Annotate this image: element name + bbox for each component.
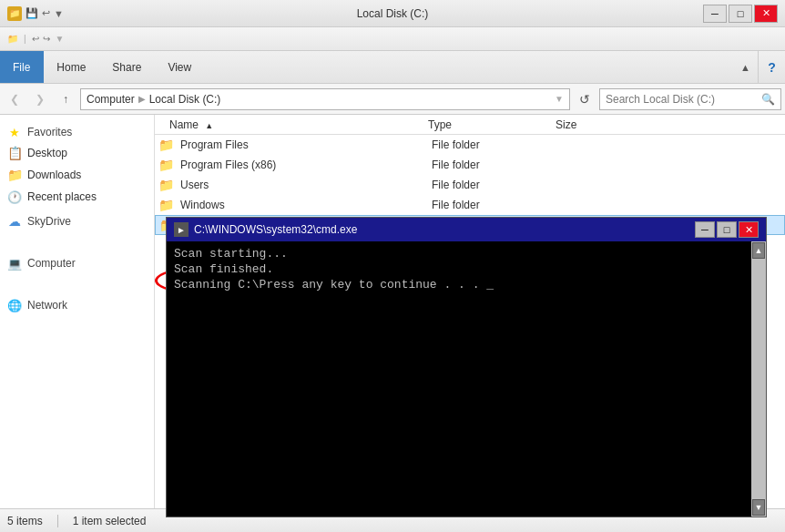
cmd-title-bar: ► C:\WINDOWS\system32\cmd.exe ─ □ ✕ bbox=[167, 218, 766, 241]
cmd-close-btn[interactable]: ✕ bbox=[739, 221, 759, 238]
sidebar-section-network: 🌐 Network bbox=[0, 295, 154, 315]
tab-view[interactable]: View bbox=[155, 51, 205, 83]
ribbon-help-button[interactable]: ? bbox=[758, 51, 785, 83]
downloads-icon: 📁 bbox=[7, 168, 22, 182]
refresh-button[interactable]: ↺ bbox=[574, 88, 596, 110]
qa-dropdown-icon[interactable]: ▼ bbox=[56, 34, 65, 44]
sidebar-item-downloads[interactable]: 📁 Downloads bbox=[0, 164, 154, 186]
qa-sep1: | bbox=[24, 34, 26, 44]
sidebar-label-network: Network bbox=[27, 299, 67, 312]
cmd-scroll-down[interactable]: ▼ bbox=[752, 499, 765, 516]
cmd-icon-symbol: ► bbox=[177, 225, 186, 235]
search-icon: 🔍 bbox=[761, 93, 775, 106]
sidebar-item-desktop[interactable]: 📋 Desktop bbox=[0, 142, 154, 164]
cmd-minimize-btn[interactable]: ─ bbox=[695, 221, 715, 238]
title-bar-buttons: ─ □ ✕ bbox=[703, 5, 778, 23]
file-row-0[interactable]: 📁 Program Files File folder bbox=[155, 135, 785, 155]
ribbon-collapse-btn[interactable]: ▲ bbox=[733, 51, 758, 83]
tab-home[interactable]: Home bbox=[44, 51, 99, 83]
file-row-2[interactable]: 📁 Users File folder bbox=[155, 175, 785, 195]
cmd-maximize-btn[interactable]: □ bbox=[717, 221, 737, 238]
path-local-disk[interactable]: Local Disk (C:) bbox=[149, 93, 221, 106]
cmd-line-1: Scan finished. bbox=[174, 262, 744, 276]
skydrive-icon: ☁ bbox=[7, 214, 22, 229]
sidebar-label-computer: Computer bbox=[27, 257, 76, 270]
sidebar-label-recent: Recent places bbox=[27, 190, 97, 203]
sidebar-item-recent[interactable]: 🕐 Recent places bbox=[0, 186, 154, 208]
status-selection: 1 item selected bbox=[73, 515, 147, 527]
cmd-scroll-up[interactable]: ▲ bbox=[752, 242, 765, 259]
search-box[interactable]: 🔍 bbox=[599, 88, 781, 110]
quick-toolbar: 📁 | ↩ ↪ ▼ bbox=[0, 27, 785, 51]
col-type-label: Type bbox=[428, 118, 452, 131]
col-header-size[interactable]: Size bbox=[556, 118, 647, 131]
back-button[interactable]: ❮ bbox=[4, 88, 25, 110]
file-row-3[interactable]: 📁 Windows File folder bbox=[155, 195, 785, 215]
sidebar-header-favorites: ★ Favorites bbox=[0, 122, 154, 142]
path-sep1: ▶ bbox=[138, 94, 146, 104]
col-size-label: Size bbox=[556, 118, 576, 131]
title-bar: 📁 💾 ↩ ▼ Local Disk (C:) ─ □ ✕ bbox=[0, 0, 785, 27]
search-input[interactable] bbox=[606, 93, 761, 106]
sidebar: ★ Favorites 📋 Desktop 📁 Downloads 🕐 Rece… bbox=[0, 115, 155, 508]
sidebar-label-skydrive: SkyDrive bbox=[27, 215, 71, 228]
path-computer[interactable]: Computer bbox=[87, 93, 135, 106]
cmd-window: ► C:\WINDOWS\system32\cmd.exe ─ □ ✕ Scan… bbox=[166, 217, 767, 517]
column-header-row: Name ▲ Type Size bbox=[155, 115, 785, 135]
path-dropdown-icon[interactable]: ▼ bbox=[555, 94, 564, 104]
sidebar-header-skydrive[interactable]: ☁ SkyDrive bbox=[0, 211, 154, 231]
sidebar-label-downloads: Downloads bbox=[27, 169, 81, 181]
cmd-title-left: ► C:\WINDOWS\system32\cmd.exe bbox=[174, 222, 357, 237]
file-name-1: Program Files (x86) bbox=[180, 159, 432, 171]
minimize-button[interactable]: ─ bbox=[703, 5, 727, 23]
sidebar-section-favorites: ★ Favorites 📋 Desktop 📁 Downloads 🕐 Rece… bbox=[0, 122, 154, 208]
sidebar-header-computer[interactable]: 💻 Computer bbox=[0, 253, 154, 273]
folder-icon-3: 📁 bbox=[158, 198, 177, 212]
file-row-1[interactable]: 📁 Program Files (x86) File folder bbox=[155, 155, 785, 175]
address-path[interactable]: Computer ▶ Local Disk (C:) ▼ bbox=[80, 88, 570, 110]
quick-more-icon: ▼ bbox=[54, 8, 64, 19]
ribbon-spacer bbox=[205, 51, 733, 83]
file-type-3: File folder bbox=[432, 199, 559, 211]
cmd-icon: ► bbox=[174, 222, 189, 237]
file-name-0: Program Files bbox=[180, 138, 432, 151]
sidebar-label-favorites: Favorites bbox=[27, 126, 72, 138]
desktop-icon: 📋 bbox=[7, 146, 22, 160]
maximize-button[interactable]: □ bbox=[729, 5, 752, 23]
col-name-label: Name bbox=[169, 118, 199, 131]
address-bar: ❮ ❯ ↑ Computer ▶ Local Disk (C:) ▼ ↺ 🔍 bbox=[0, 84, 785, 115]
col-sort-icon: ▲ bbox=[205, 121, 213, 130]
folder-icon-0: 📁 bbox=[158, 138, 177, 152]
cmd-scrollbar[interactable]: ▲ ▼ bbox=[751, 241, 766, 517]
sidebar-section-computer: 💻 Computer bbox=[0, 253, 154, 273]
refresh-icon: ↺ bbox=[579, 92, 590, 107]
col-header-name[interactable]: Name ▲ bbox=[155, 118, 428, 131]
sidebar-section-skydrive: ☁ SkyDrive bbox=[0, 211, 154, 231]
window-icon: 📁 bbox=[7, 6, 22, 21]
up-button[interactable]: ↑ bbox=[55, 88, 76, 110]
file-type-2: File folder bbox=[432, 179, 559, 191]
sidebar-header-network[interactable]: 🌐 Network bbox=[0, 295, 154, 315]
tab-file[interactable]: File bbox=[0, 51, 44, 83]
folder-icon-1: 📁 bbox=[158, 158, 177, 172]
file-name-3: Windows bbox=[180, 199, 432, 211]
sidebar-spacer bbox=[0, 235, 154, 253]
file-name-2: Users bbox=[180, 179, 432, 191]
favorites-icon: ★ bbox=[7, 125, 22, 139]
sidebar-spacer2 bbox=[0, 277, 154, 295]
recent-icon: 🕐 bbox=[7, 189, 22, 204]
quick-save-icon: 💾 bbox=[25, 7, 38, 19]
col-header-type[interactable]: Type bbox=[428, 118, 556, 131]
window-title: Local Disk (C:) bbox=[357, 7, 429, 20]
forward-button[interactable]: ❯ bbox=[29, 88, 51, 110]
folder-icon-2: 📁 bbox=[158, 178, 177, 192]
cmd-title-label: C:\WINDOWS\system32\cmd.exe bbox=[194, 223, 357, 236]
title-bar-left: 📁 💾 ↩ ▼ bbox=[7, 6, 64, 21]
file-type-0: File folder bbox=[432, 138, 559, 151]
close-button[interactable]: ✕ bbox=[754, 5, 778, 23]
tab-share[interactable]: Share bbox=[99, 51, 155, 83]
quick-undo-icon: ↩ bbox=[42, 7, 50, 19]
network-icon: 🌐 bbox=[7, 298, 22, 312]
cmd-body: Scan starting... Scan finished. Scanning… bbox=[167, 241, 766, 517]
cmd-content: Scan starting... Scan finished. Scanning… bbox=[167, 241, 751, 517]
